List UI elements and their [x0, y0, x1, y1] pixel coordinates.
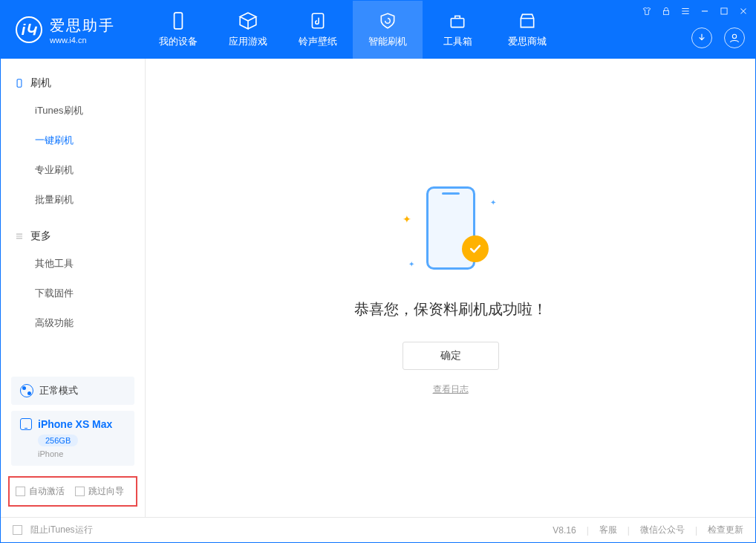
sidebar-item-batch-flash[interactable]: 批量刷机: [1, 185, 145, 215]
skip-guide-option[interactable]: 跳过向导: [75, 485, 124, 498]
divider: |: [695, 525, 697, 536]
auto-activate-option[interactable]: 自动激活: [16, 485, 65, 498]
view-log-link[interactable]: 查看日志: [433, 383, 469, 396]
sidebar-item-other-tools[interactable]: 其他工具: [1, 249, 145, 279]
success-illustration: ✦ ✦ ✦: [403, 181, 499, 277]
check-update-link[interactable]: 检查更新: [708, 524, 743, 536]
lock-icon[interactable]: [660, 5, 672, 17]
titlebar: iԿ 爱思助手 www.i4.cn 我的设备 应用游戏 铃声壁纸 智能刷机: [1, 1, 755, 59]
logo-text: 爱思助手 www.i4.cn: [50, 16, 115, 45]
nav-tab-ringtone[interactable]: 铃声壁纸: [283, 1, 353, 59]
app-subtitle: www.i4.cn: [50, 36, 115, 45]
mode-icon: [20, 384, 33, 397]
svg-rect-2: [451, 19, 463, 27]
minimize-button[interactable]: [699, 5, 711, 17]
nav-tab-label: 智能刷机: [368, 35, 407, 48]
sidebar-section-flash: 刷机: [1, 71, 145, 96]
divider: |: [587, 525, 589, 536]
mode-box[interactable]: 正常模式: [11, 377, 134, 405]
nav-tab-label: 爱思商城: [508, 35, 547, 48]
sidebar-item-itunes-flash[interactable]: iTunes刷机: [1, 96, 145, 126]
nav-tab-toolbox[interactable]: 工具箱: [423, 1, 492, 59]
download-icon[interactable]: [691, 27, 712, 48]
wechat-link[interactable]: 微信公众号: [640, 524, 685, 536]
header-right-icons: [691, 27, 745, 48]
app-window: iԿ 爱思助手 www.i4.cn 我的设备 应用游戏 铃声壁纸 智能刷机: [0, 0, 756, 543]
divider: |: [628, 525, 630, 536]
sidebar-item-advanced[interactable]: 高级功能: [1, 308, 145, 338]
nav-tab-label: 应用游戏: [229, 35, 267, 48]
confirm-button[interactable]: 确定: [403, 342, 499, 370]
highlight-options-box: 自动激活 跳过向导: [8, 476, 137, 507]
device-box[interactable]: iPhone XS Max 256GB iPhone: [11, 411, 134, 466]
list-icon: [14, 231, 25, 241]
option-label: 跳过向导: [88, 486, 124, 496]
checkbox-icon[interactable]: [75, 487, 85, 496]
body: 刷机 iTunes刷机 一键刷机 专业刷机 批量刷机 更多 其他工具 下载固件 …: [1, 59, 755, 517]
mode-label: 正常模式: [39, 384, 78, 397]
close-button[interactable]: [737, 5, 749, 17]
checkmark-badge-icon: [462, 235, 489, 262]
device-phone-icon: [20, 418, 32, 430]
svg-rect-0: [175, 13, 183, 29]
svg-rect-4: [721, 8, 727, 14]
nav-tab-label: 工具箱: [443, 35, 472, 48]
main-content: ✦ ✦ ✦ 恭喜您，保资料刷机成功啦！ 确定 查看日志: [146, 59, 755, 517]
sparkle-icon: ✦: [490, 198, 496, 207]
toolbox-icon: [448, 11, 467, 30]
tshirt-icon[interactable]: [641, 5, 653, 17]
version-label: V8.16: [553, 525, 576, 536]
sidebar-item-download-firmware[interactable]: 下载固件: [1, 279, 145, 308]
footer-left: 阻止iTunes运行: [13, 524, 93, 536]
svg-rect-6: [17, 79, 22, 88]
menu-icon[interactable]: [680, 5, 691, 17]
device-name-row: iPhone XS Max: [20, 418, 126, 430]
nav-tabs: 我的设备 应用游戏 铃声壁纸 智能刷机 工具箱 爱思商城: [143, 1, 562, 59]
music-file-icon: [308, 11, 328, 30]
nav-tab-store[interactable]: 爱思商城: [492, 1, 562, 59]
block-itunes-label[interactable]: 阻止iTunes运行: [30, 524, 93, 536]
sidebar-item-pro-flash[interactable]: 专业刷机: [1, 155, 145, 185]
svg-point-5: [732, 34, 736, 38]
app-title: 爱思助手: [50, 16, 115, 36]
device-name: iPhone XS Max: [38, 418, 112, 430]
sparkle-icon: ✦: [408, 260, 414, 268]
nav-tab-apps[interactable]: 应用游戏: [213, 1, 283, 59]
sidebar-section-more: 更多: [1, 224, 145, 249]
nav-tab-flash[interactable]: 智能刷机: [353, 1, 423, 59]
svg-rect-3: [664, 10, 669, 14]
sidebar: 刷机 iTunes刷机 一键刷机 专业刷机 批量刷机 更多 其他工具 下载固件 …: [1, 59, 146, 517]
user-icon[interactable]: [724, 27, 745, 48]
device-type: iPhone: [38, 449, 126, 458]
checkbox-icon[interactable]: [13, 525, 22, 535]
sidebar-item-oneclick-flash[interactable]: 一键刷机: [1, 126, 145, 155]
window-controls: [641, 5, 749, 17]
sidebar-section-title: 刷机: [30, 77, 51, 90]
sparkle-icon: ✦: [403, 213, 411, 225]
success-message: 恭喜您，保资料刷机成功啦！: [354, 299, 547, 319]
logo-icon: iԿ: [16, 16, 42, 43]
customer-service-link[interactable]: 客服: [599, 524, 617, 536]
store-icon: [518, 11, 537, 30]
checkbox-icon[interactable]: [16, 487, 25, 496]
footer-right: V8.16 | 客服 | 微信公众号 | 检查更新: [553, 524, 743, 536]
nav-tab-label: 铃声壁纸: [299, 35, 337, 48]
maximize-button[interactable]: [718, 5, 730, 17]
phone-small-icon: [14, 78, 25, 88]
cube-icon: [238, 11, 258, 30]
svg-rect-1: [312, 13, 323, 28]
phone-icon: [169, 11, 188, 30]
logo-area: iԿ 爱思助手 www.i4.cn: [1, 1, 130, 59]
nav-tab-label: 我的设备: [159, 35, 198, 48]
device-storage-badge: 256GB: [38, 435, 78, 446]
footer: 阻止iTunes运行 V8.16 | 客服 | 微信公众号 | 检查更新: [1, 517, 755, 542]
refresh-shield-icon: [378, 11, 397, 30]
sidebar-bottom: 正常模式 iPhone XS Max 256GB iPhone 自动激活 跳过向…: [1, 371, 145, 517]
nav-tab-mydevice[interactable]: 我的设备: [143, 1, 213, 59]
option-label: 自动激活: [29, 486, 65, 496]
sidebar-section-title: 更多: [30, 230, 51, 243]
